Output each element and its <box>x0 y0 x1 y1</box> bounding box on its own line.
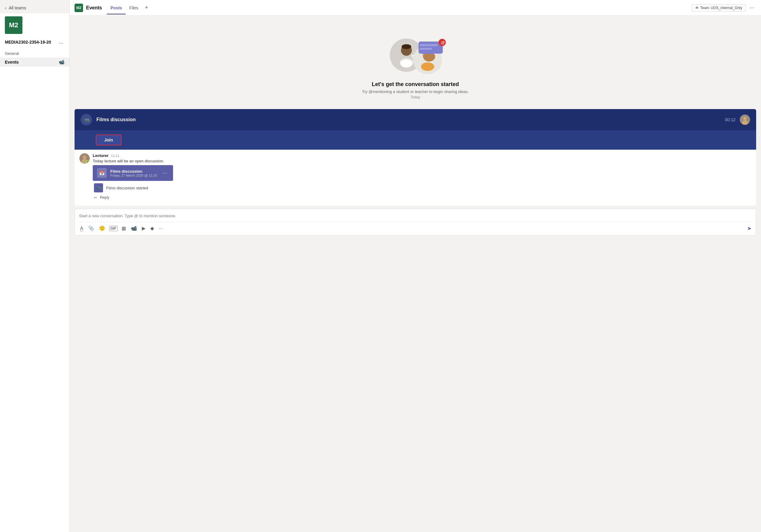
like-icon[interactable]: ▶ <box>141 225 146 232</box>
sidebar-item-events[interactable]: Events 📹 <box>0 58 69 67</box>
cam-badge-icon: 📹 <box>94 183 103 192</box>
online-status-dot <box>87 160 89 163</box>
team-badge-icon: M2 <box>75 4 83 12</box>
topbar-right: 👁 Team UOS_Internal_Only ··· <box>692 3 756 12</box>
team-avatar: M2 <box>5 16 23 34</box>
topbar-more-button[interactable]: ··· <box>748 3 756 12</box>
svg-rect-12 <box>420 48 432 50</box>
team-options-button[interactable]: ... <box>58 38 65 46</box>
tab-posts[interactable]: Posts <box>107 1 126 15</box>
emoji-icon[interactable]: 🙂 <box>98 225 106 232</box>
post-row: Lecturer 11:11 Today lecture will be an … <box>80 153 751 200</box>
meeting-title: Films discussion <box>96 117 136 122</box>
team-name: MEDIA2302-2354-19-20 <box>5 40 51 44</box>
event-ref-more-button[interactable]: ··· <box>161 169 169 177</box>
post-author: Lecturer <box>93 153 108 158</box>
format-icon[interactable]: A̲ <box>79 225 84 232</box>
sidebar-item-general[interactable]: General <box>0 49 69 58</box>
topbar: M2 Events Posts Files + 👁 Team UOS_Inter… <box>70 0 761 16</box>
post-content: Lecturer 11:11 Today lecture will be an … <box>93 153 173 200</box>
attach-icon[interactable]: 📎 <box>87 225 95 232</box>
team-avatar-text: M2 <box>9 21 19 29</box>
reply-arrow-icon: ↩ <box>94 195 97 200</box>
post-meta: Lecturer 11:11 <box>93 153 173 158</box>
sidebar: ‹ All teams M2 MEDIA2302-2354-19-20 ... … <box>0 0 70 532</box>
compose-input[interactable] <box>79 212 752 219</box>
gif-icon[interactable]: GIF <box>109 226 118 231</box>
camera-icon: 📹 <box>59 59 65 65</box>
meeting-left: 📹 Films discussion <box>81 114 136 126</box>
event-ref-info: Films discussion Friday, 27 March 2020 @… <box>110 169 157 177</box>
visibility-value: UOS_Internal_Only <box>711 6 742 10</box>
post-area: Lecturer 11:11 Today lecture will be an … <box>75 150 756 206</box>
illustration-graphic: @ <box>382 28 449 76</box>
svg-point-16 <box>743 117 747 120</box>
svg-rect-11 <box>420 44 438 46</box>
meeting-right: 00:12 <box>725 115 750 125</box>
today-label: Today <box>410 95 420 99</box>
back-arrow-icon: ‹ <box>5 5 6 10</box>
reply-button[interactable]: Reply <box>99 195 111 200</box>
eye-icon: 👁 <box>695 6 699 10</box>
join-area: Join <box>75 130 756 150</box>
svg-point-7 <box>421 62 434 71</box>
praise-icon[interactable]: ◆ <box>149 225 155 232</box>
post-avatar <box>80 153 90 164</box>
reply-row: ↩ Reply <box>93 195 173 200</box>
main-panel: M2 Events Posts Files + 👁 Team UOS_Inter… <box>70 0 761 532</box>
illustration-area: @ Let's get the conversation started Try… <box>70 16 761 109</box>
meeting-cam-icon: 📹 <box>81 114 92 126</box>
post-message: Today lecture will be an open discussion… <box>93 159 173 163</box>
meeting-started-row: 📹 Films discussion started <box>93 183 173 192</box>
event-ref-date: Friday, 27 March 2020 @ 11:15 <box>110 174 157 177</box>
sticker-icon[interactable]: ▦ <box>121 225 127 232</box>
content-area: @ Let's get the conversation started Try… <box>70 16 761 532</box>
channel-title: Events <box>86 5 102 11</box>
compose-toolbar: A̲ 📎 🙂 GIF ▦ 📹 ▶ ◆ ··· ➤ <box>79 222 752 232</box>
back-navigation[interactable]: ‹ All teams <box>0 0 69 13</box>
svg-text:@: @ <box>441 40 445 45</box>
conversation-title: Let's get the conversation started <box>372 81 459 87</box>
event-reference-card[interactable]: 📅 Films discussion Friday, 27 March 2020… <box>93 165 173 181</box>
tab-files[interactable]: Files <box>126 1 142 15</box>
conversation-subtitle: Try @mentioning a student or teacher to … <box>362 89 469 94</box>
team-visibility-button[interactable]: 👁 Team UOS_Internal_Only <box>692 4 745 12</box>
event-ref-icon: 📅 <box>97 168 107 178</box>
meeting-time: 00:12 <box>725 117 735 122</box>
post-time: 11:11 <box>111 154 119 158</box>
visibility-label: Team <box>700 6 709 10</box>
back-label: All teams <box>9 5 27 10</box>
meeting-started-text: Films discussion started <box>106 186 148 190</box>
event-ref-title: Films discussion <box>110 169 157 174</box>
meeting-card: 📹 Films discussion 00:12 <box>75 109 756 130</box>
more-toolbar-icon[interactable]: ··· <box>158 225 164 232</box>
join-button[interactable]: Join <box>96 134 122 145</box>
send-button[interactable]: ➤ <box>747 225 752 232</box>
add-tab-button[interactable]: + <box>142 2 151 14</box>
svg-point-19 <box>83 155 87 159</box>
svg-point-5 <box>401 60 412 68</box>
meeting-avatar <box>740 115 750 125</box>
team-name-row: MEDIA2302-2354-19-20 ... <box>0 37 69 49</box>
compose-area: A̲ 📎 🙂 GIF ▦ 📹 ▶ ◆ ··· ➤ <box>75 209 756 236</box>
video-icon[interactable]: 📹 <box>130 225 138 232</box>
svg-point-3 <box>402 44 411 49</box>
